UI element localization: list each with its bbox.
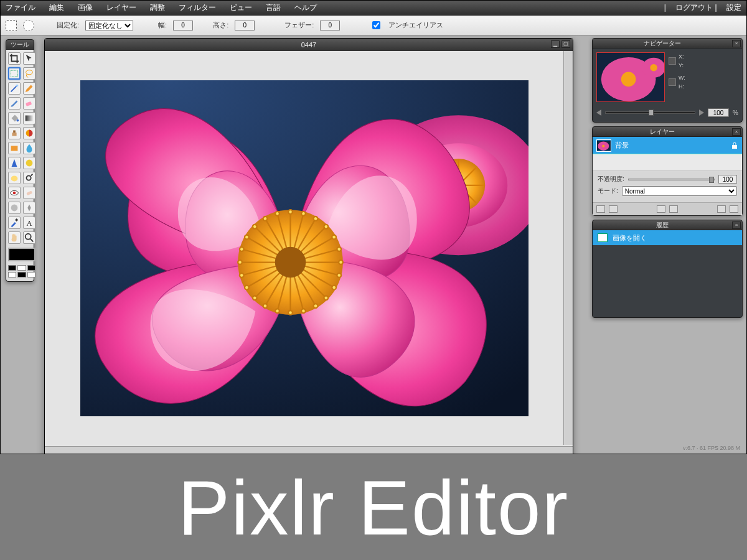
dodge-tool[interactable] (23, 172, 35, 184)
zoom-in-icon[interactable] (699, 110, 704, 116)
color-swatches[interactable] (8, 265, 35, 278)
zoom-out-icon[interactable] (596, 110, 601, 116)
menu-filter[interactable]: フィルター (179, 2, 216, 13)
wand-tool[interactable] (8, 82, 21, 95)
gradient-tool[interactable] (23, 112, 35, 124)
navigator-close-icon[interactable]: × (732, 40, 741, 47)
antialias-checkbox[interactable] (372, 21, 380, 29)
type-tool[interactable]: A (23, 217, 35, 229)
sponge-tool[interactable] (8, 172, 21, 184)
stage: 0447 ▁ ▢ (38, 35, 591, 454)
menu-view[interactable]: ビュー (230, 2, 252, 13)
crop-tool[interactable] (8, 52, 21, 65)
horizontal-scrollbar[interactable] (45, 446, 573, 454)
opacity-input[interactable] (718, 175, 737, 184)
vertical-scrollbar[interactable] (563, 51, 573, 445)
svg-point-40 (650, 64, 657, 71)
redeye-tool[interactable] (8, 187, 21, 199)
svg-point-10 (26, 160, 33, 167)
version-readout: v:6.7 · 61 FPS 20.98 M (683, 445, 740, 451)
svg-point-38 (621, 72, 636, 87)
layer-thumbnail (596, 139, 611, 152)
document-titlebar[interactable]: 0447 ▁ ▢ (45, 39, 573, 51)
zoom-percent-label: % (733, 110, 738, 116)
menu-file[interactable]: ファイル (6, 2, 35, 13)
svg-text:A: A (26, 219, 32, 228)
fixed-select[interactable]: 固定化なし (85, 20, 133, 31)
navigator-title: ナビゲーター (593, 39, 732, 49)
layer-merge-icon[interactable] (669, 205, 678, 213)
settings-link[interactable]: 設定 (726, 3, 741, 12)
layer-trash-icon[interactable] (730, 205, 738, 213)
svg-point-12 (27, 175, 31, 180)
blendmode-label: モード: (598, 187, 618, 195)
eyedropper-tool[interactable] (8, 217, 21, 229)
blendmode-select[interactable]: Normal (622, 186, 737, 196)
clone-tool[interactable] (8, 127, 21, 139)
layers-close-icon[interactable]: × (732, 128, 741, 136)
layer-row-background[interactable]: 背景 (593, 137, 742, 154)
window-minimize-icon[interactable]: ▁ (551, 40, 560, 48)
svg-point-35 (275, 246, 306, 278)
svg-rect-3 (26, 101, 32, 106)
menu-adjust[interactable]: 調整 (150, 2, 165, 13)
history-close-icon[interactable]: × (732, 222, 741, 229)
heal-tool[interactable] (23, 187, 35, 199)
foreground-color[interactable] (8, 248, 35, 261)
bloat-tool[interactable] (8, 202, 21, 214)
right-panels: ナビゲーター× X:Y: W:H: % (591, 35, 746, 454)
canvas[interactable] (45, 51, 563, 445)
marquee-tool[interactable] (8, 67, 21, 80)
svg-point-16 (11, 205, 18, 212)
size-icon (669, 78, 676, 86)
layer-mask-icon[interactable] (609, 205, 618, 213)
antialias-label: アンチエイリアス (388, 21, 443, 30)
pencil-tool[interactable] (23, 82, 35, 95)
crosshair-icon (669, 57, 676, 65)
move-tool[interactable] (23, 52, 35, 65)
opacity-slider[interactable] (628, 179, 715, 180)
history-open-icon (598, 233, 608, 242)
fixed-label: 固定化: (57, 21, 79, 30)
feather-input[interactable] (320, 21, 340, 30)
width-input[interactable] (173, 21, 193, 30)
menu-layer[interactable]: レイヤー (106, 2, 136, 13)
marquee-rect-icon[interactable] (6, 20, 17, 31)
history-item-open[interactable]: 画像を開く (593, 230, 742, 245)
sharpen-tool[interactable] (8, 157, 21, 169)
layer-dup-icon[interactable] (657, 205, 665, 213)
logout-link[interactable]: ログアウト (675, 3, 713, 12)
menu-edit[interactable]: 編集 (49, 2, 64, 13)
height-input[interactable] (235, 21, 255, 30)
layer-new-icon[interactable] (596, 205, 605, 213)
menu-help[interactable]: ヘルプ (294, 2, 317, 13)
zoom-tool[interactable] (23, 231, 35, 244)
layers-title: レイヤー (593, 127, 732, 137)
eraser-tool[interactable] (23, 97, 35, 110)
caption-band: Pixlr Editor (0, 454, 747, 560)
menu-image[interactable]: 画像 (78, 2, 93, 13)
svg-rect-15 (26, 190, 32, 195)
window-maximize-icon[interactable]: ▢ (561, 40, 570, 48)
replace-color-tool[interactable] (23, 127, 35, 139)
pinch-tool[interactable] (23, 202, 35, 214)
feather-label: フェザー: (284, 21, 314, 30)
svg-point-14 (13, 192, 16, 195)
zoom-input[interactable] (708, 108, 729, 117)
document-window: 0447 ▁ ▢ (44, 38, 573, 454)
lasso-tool[interactable] (23, 67, 35, 80)
zoom-slider[interactable] (605, 111, 695, 114)
blur-tool[interactable] (23, 142, 35, 154)
caption-text: Pixlr Editor (178, 463, 569, 552)
hand-tool[interactable] (8, 231, 21, 244)
bucket-tool[interactable] (8, 112, 21, 124)
menu-language[interactable]: 言語 (266, 2, 281, 13)
layer-up-icon[interactable] (717, 205, 726, 213)
brush-tool[interactable] (8, 97, 21, 110)
navigator-thumbnail[interactable] (596, 52, 665, 102)
workspace: ツール (1, 35, 746, 454)
smudge-tool[interactable] (23, 157, 35, 169)
svg-rect-17 (15, 218, 18, 222)
shape-tool[interactable] (8, 142, 21, 154)
marquee-ellipse-icon[interactable] (23, 20, 34, 31)
